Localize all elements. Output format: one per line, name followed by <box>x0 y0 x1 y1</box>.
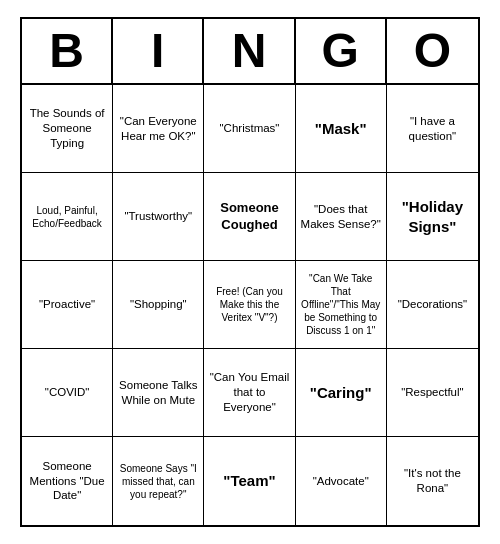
bingo-card: BINGO The Sounds of Someone Typing"Can E… <box>20 17 480 527</box>
bingo-cell-13: "Can We Take That Offline"/"This May be … <box>296 261 387 349</box>
bingo-cell-1: "Can Everyone Hear me OK?" <box>113 85 204 173</box>
bingo-cell-12: Free! (Can you Make this the Veritex "V"… <box>204 261 295 349</box>
bingo-cell-17: "Can You Email that to Everyone" <box>204 349 295 437</box>
bingo-letter-g: G <box>296 19 387 83</box>
bingo-cell-10: "Proactive" <box>22 261 113 349</box>
bingo-header: BINGO <box>22 19 478 85</box>
bingo-cell-16: Someone Talks While on Mute <box>113 349 204 437</box>
bingo-cell-4: "I have a question" <box>387 85 478 173</box>
bingo-letter-n: N <box>204 19 295 83</box>
bingo-cell-8: "Does that Makes Sense?" <box>296 173 387 261</box>
bingo-grid: The Sounds of Someone Typing"Can Everyon… <box>22 85 478 525</box>
bingo-cell-3: "Mask" <box>296 85 387 173</box>
bingo-cell-21: Someone Says "I missed that, can you rep… <box>113 437 204 525</box>
bingo-cell-19: "Respectful" <box>387 349 478 437</box>
bingo-cell-9: "Holiday Signs" <box>387 173 478 261</box>
bingo-cell-5: Loud, Painful, Echo/Feedback <box>22 173 113 261</box>
bingo-letter-i: I <box>113 19 204 83</box>
bingo-cell-6: "Trustworthy" <box>113 173 204 261</box>
bingo-cell-20: Someone Mentions "Due Date" <box>22 437 113 525</box>
bingo-cell-24: "It's not the Rona" <box>387 437 478 525</box>
bingo-cell-15: "COVID" <box>22 349 113 437</box>
bingo-cell-23: "Advocate" <box>296 437 387 525</box>
bingo-letter-o: O <box>387 19 478 83</box>
bingo-cell-7: Someone Coughed <box>204 173 295 261</box>
bingo-cell-18: "Caring" <box>296 349 387 437</box>
bingo-cell-11: "Shopping" <box>113 261 204 349</box>
bingo-cell-0: The Sounds of Someone Typing <box>22 85 113 173</box>
bingo-cell-2: "Christmas" <box>204 85 295 173</box>
bingo-cell-22: "Team" <box>204 437 295 525</box>
bingo-cell-14: "Decorations" <box>387 261 478 349</box>
bingo-letter-b: B <box>22 19 113 83</box>
